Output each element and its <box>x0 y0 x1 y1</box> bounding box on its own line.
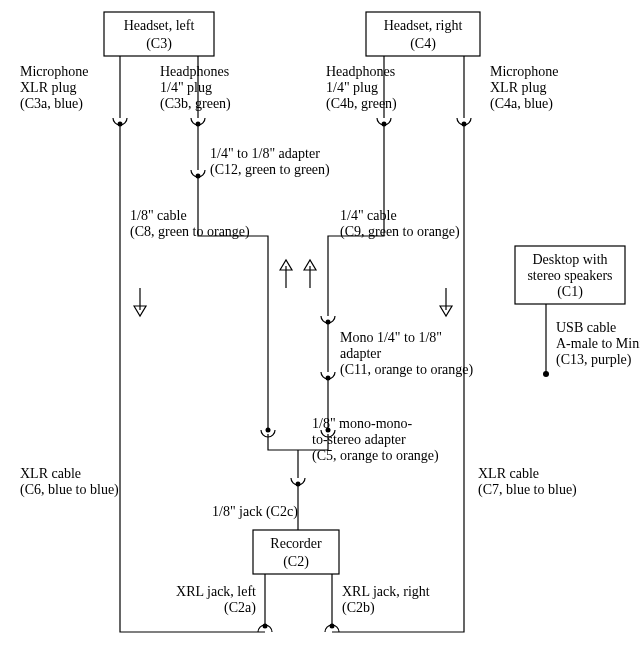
c12-2: (C12, green to green) <box>210 162 330 178</box>
svg-point-7 <box>196 174 201 179</box>
wire-c5-to-c2c: 1/8" jack (C2c) <box>212 486 298 530</box>
c1-label-3: (C1) <box>557 284 583 300</box>
c2b-1: XRL jack, right <box>342 584 430 599</box>
svg-point-11 <box>326 376 331 381</box>
port-c4a: Microphone XLR plug (C4a, blue) <box>457 56 558 127</box>
node-c12: 1/4" to 1/8" adapter (C12, green to gree… <box>191 126 330 179</box>
c3-label-1: Headset, left <box>124 18 195 33</box>
c9-1: 1/4" cable <box>340 208 397 223</box>
mic-right-3: (C4a, blue) <box>490 96 553 112</box>
c5-2: to-stereo adapter <box>312 432 406 447</box>
c5-1: 1/8" mono-mono- <box>312 416 413 431</box>
svg-point-10 <box>326 320 331 325</box>
arrow-up-icon <box>280 260 292 288</box>
c9-2: (C9, green to orange) <box>340 224 460 240</box>
arrow-down-icon <box>440 288 452 316</box>
port-c3b: Headphones 1/4" plug (C3b, green) <box>160 56 231 127</box>
port-c2a: XRL jack, left (C2a) <box>176 574 265 626</box>
mic-left-2: XLR plug <box>20 80 76 95</box>
port-c4b: Headphones 1/4" plug (C4b, green) <box>326 56 397 127</box>
c4-label-1: Headset, right <box>384 18 463 33</box>
c7-2: (C7, blue to blue) <box>478 482 577 498</box>
c2a-1: XRL jack, left <box>176 584 256 599</box>
c8-1: 1/8" cable <box>130 208 187 223</box>
hp-left-3: (C3b, green) <box>160 96 231 112</box>
port-c2b: XRL jack, right (C2b) <box>332 574 430 626</box>
mic-left-1: Microphone <box>20 64 88 79</box>
svg-point-6 <box>196 122 201 127</box>
c3-label-2: (C3) <box>146 36 172 52</box>
node-headset-right: Headset, right (C4) <box>366 12 480 56</box>
c6-1: XLR cable <box>20 466 81 481</box>
svg-point-14 <box>462 122 467 127</box>
svg-point-9 <box>382 122 387 127</box>
edge-c9: 1/4" cable (C9, green to orange) <box>304 126 460 325</box>
c8-2: (C8, green to orange) <box>130 224 250 240</box>
node-desktop: Desktop with stereo speakers (C1) <box>515 246 625 304</box>
edge-c6: XLR cable (C6, blue to blue) <box>20 126 272 632</box>
hp-right-3: (C4b, green) <box>326 96 397 112</box>
c7-1: XLR cable <box>478 466 539 481</box>
c5-3: (C5, orange to orange) <box>312 448 439 464</box>
mic-left-3: (C3a, blue) <box>20 96 83 112</box>
c6-2: (C6, blue to blue) <box>20 482 119 498</box>
c2c-label: 1/8" jack (C2c) <box>212 504 298 520</box>
svg-point-16 <box>543 371 549 377</box>
hp-left-1: Headphones <box>160 64 229 79</box>
c2a-2: (C2a) <box>224 600 256 616</box>
arrow-down-icon <box>134 288 146 316</box>
arrow-up-icon <box>304 260 316 288</box>
c13-3: (C13, purple) <box>556 352 632 368</box>
hp-right-2: 1/4" plug <box>326 80 378 95</box>
edge-c13: USB cable A-male to Mini-B (C13, purple) <box>543 304 640 377</box>
c13-2: A-male to Mini-B <box>556 336 640 351</box>
c1-label-2: stereo speakers <box>527 268 612 283</box>
svg-point-8 <box>266 428 271 433</box>
c12-1: 1/4" to 1/8" adapter <box>210 146 320 161</box>
mic-right-1: Microphone <box>490 64 558 79</box>
c13-1: USB cable <box>556 320 616 335</box>
c2-label-1: Recorder <box>270 536 322 551</box>
node-headset-left: Headset, left (C3) <box>104 12 214 56</box>
c11-1: Mono 1/4" to 1/8" <box>340 330 442 345</box>
svg-point-4 <box>118 122 123 127</box>
svg-point-13 <box>296 482 301 487</box>
c11-2: adapter <box>340 346 382 361</box>
node-c5: 1/8" mono-mono- to-stereo adapter (C5, o… <box>261 416 439 487</box>
edge-c8: 1/8" cable (C8, green to orange) <box>130 178 292 433</box>
hp-right-1: Headphones <box>326 64 395 79</box>
c2-label-2: (C2) <box>283 554 309 570</box>
hp-left-2: 1/4" plug <box>160 80 212 95</box>
c1-label-1: Desktop with <box>532 252 607 267</box>
c4-label-2: (C4) <box>410 36 436 52</box>
node-recorder: Recorder (C2) <box>253 530 339 574</box>
cabling-diagram: Headset, left (C3) Headset, right (C4) R… <box>0 0 640 656</box>
edge-c7: XLR cable (C7, blue to blue) <box>325 126 577 632</box>
node-c11: Mono 1/4" to 1/8" adapter (C11, orange t… <box>321 324 474 381</box>
mic-right-2: XLR plug <box>490 80 546 95</box>
c11-3: (C11, orange to orange) <box>340 362 474 378</box>
c2b-2: (C2b) <box>342 600 375 616</box>
port-c3a: Microphone XLR plug (C3a, blue) <box>20 56 127 127</box>
